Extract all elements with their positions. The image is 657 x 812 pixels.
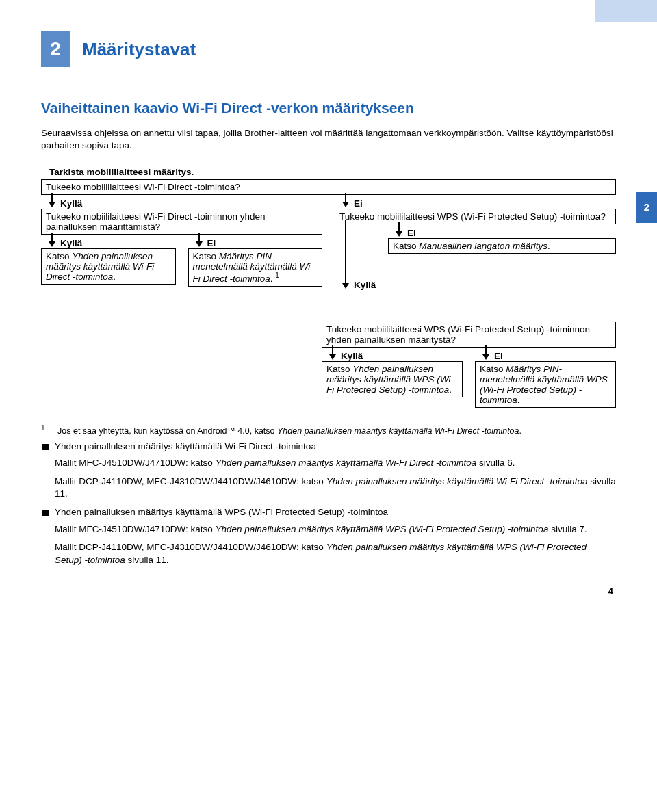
chapter-header: 2 Määritystavat xyxy=(41,31,616,67)
arrow-yes-tall: Kyllä xyxy=(344,222,376,290)
arrow-no: Ei xyxy=(344,195,616,209)
chapter-number-badge: 2 xyxy=(41,31,70,67)
flow-a3: Katso Manuaalinen langaton määritys. xyxy=(388,238,616,254)
arrow-no: Ei xyxy=(398,224,616,238)
footnote-1: 1Jos et saa yhteyttä, kun käytössä on An… xyxy=(41,424,616,436)
flow-a2: Katso Määritys PIN-menetelmällä käyttämä… xyxy=(188,248,323,287)
bullet-1: Yhden painalluksen määritys käyttämällä … xyxy=(41,441,616,454)
bullet-2-sub-1: Mallit MFC-J4510DW/J4710DW: katso Yhden … xyxy=(41,523,616,536)
flow-q4: Tukeeko mobiililaitteesi WPS (Wi-Fi Prot… xyxy=(322,322,616,348)
flow-check-label: Tarkista mobiililaitteesi määritys. xyxy=(49,167,616,177)
flow-a4: Katso Yhden painalluksen määritys käyttä… xyxy=(322,361,463,397)
arrow-yes: Kyllä xyxy=(331,348,463,361)
arrow-no: Ei xyxy=(198,235,323,248)
bullet-list: Yhden painalluksen määritys käyttämällä … xyxy=(41,441,616,567)
flow-q2: Tukeeko mobiililaitteesi Wi-Fi Direct -t… xyxy=(41,209,322,235)
top-band xyxy=(0,0,657,22)
bullet-2: Yhden painalluksen määritys käyttämällä … xyxy=(41,506,616,519)
flow-lower: Tukeeko mobiililaitteesi WPS (Wi-Fi Prot… xyxy=(41,322,616,408)
flow-a5: Katso Määritys PIN-menetelmällä käyttämä… xyxy=(475,361,616,408)
bullet-2-sub-2: Mallit DCP-J4110DW, MFC-J4310DW/J4410DW/… xyxy=(41,541,616,566)
flow-q3: Tukeeko mobiililaitteesi WPS (Wi-Fi Prot… xyxy=(335,209,616,224)
flowchart: Tarkista mobiililaitteesi määritys. Tuke… xyxy=(41,167,616,408)
arrow-no: Ei xyxy=(485,348,616,361)
flow-q1: Tukeeko mobiililaitteesi Wi-Fi Direct -t… xyxy=(41,179,616,195)
page-number: 4 xyxy=(41,586,616,597)
flow-a1: Katso Yhden painalluksen määritys käyttä… xyxy=(41,248,176,285)
arrow-yes: Kyllä xyxy=(51,195,322,209)
section-title: Vaiheittainen kaavio Wi-Fi Direct -verko… xyxy=(41,100,616,116)
bullet-1-sub-1: Mallit MFC-J4510DW/J4710DW: katso Yhden … xyxy=(41,457,616,470)
bullet-1-sub-2: Mallit DCP-J4110DW, MFC-J4310DW/J4410DW/… xyxy=(41,475,616,501)
arrow-yes: Kyllä xyxy=(51,235,176,248)
intro-paragraph: Seuraavissa ohjeissa on annettu viisi ta… xyxy=(41,127,616,152)
chapter-title: Määritystavat xyxy=(82,39,196,60)
